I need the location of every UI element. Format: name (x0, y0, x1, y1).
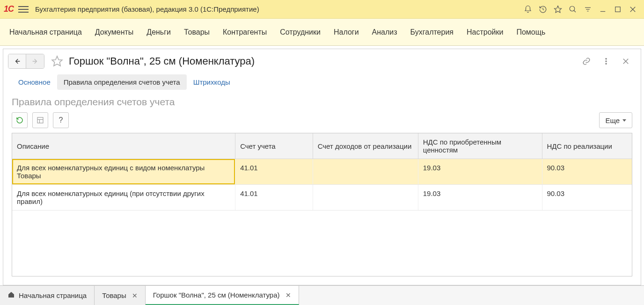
tab-main[interactable]: Основное (12, 74, 57, 90)
page-header: Горшок "Волна", 25 см (Номенклатура) (3, 49, 641, 71)
tab-current-item[interactable]: Горшок "Волна", 25 см (Номенклатура) ✕ (146, 286, 299, 305)
main-menu: Начальная страница Документы Деньги Това… (0, 19, 644, 46)
svg-rect-7 (615, 7, 621, 12)
svg-point-1 (570, 6, 575, 11)
window-tabs: Начальная страница Товары ✕ Горшок "Волн… (0, 285, 644, 305)
cell-account: 41.01 (235, 159, 313, 185)
minimize-button[interactable] (595, 2, 610, 17)
page-tabs: Основное Правила определения счетов учет… (3, 71, 641, 90)
nav-forward-button[interactable] (26, 54, 44, 68)
section-heading: Правила определения счетов учета (3, 90, 641, 110)
svg-point-14 (606, 61, 607, 62)
content-area: Горшок "Волна", 25 см (Номенклатура) Осн… (3, 49, 641, 285)
rules-table: Описание Счет учета Счет доходов от реал… (12, 133, 632, 211)
tab-goods[interactable]: Товары ✕ (95, 286, 146, 305)
col-account[interactable]: Счет учета (235, 133, 313, 159)
menu-settings[interactable]: Настройки (467, 28, 503, 36)
cell-vat-purchase: 19.03 (418, 159, 542, 185)
col-vat-sale[interactable]: НДС по реализации (542, 133, 632, 159)
menu-documents[interactable]: Документы (95, 28, 133, 36)
menu-icon[interactable] (18, 4, 29, 15)
svg-marker-0 (555, 6, 562, 12)
svg-point-15 (606, 63, 607, 64)
tab-close-icon[interactable]: ✕ (132, 292, 138, 299)
history-icon[interactable] (535, 2, 550, 17)
more-vertical-icon[interactable] (600, 55, 613, 68)
col-income-account[interactable]: Счет доходов от реализации (313, 133, 418, 159)
tab-label: Товары (102, 291, 126, 299)
link-icon[interactable] (580, 55, 593, 68)
menu-accounting[interactable]: Бухгалтерия (410, 28, 454, 36)
cell-vat-sale: 90.03 (542, 159, 632, 185)
table-row[interactable]: Для всех номенклатурных единиц с видом н… (12, 159, 632, 185)
table-row[interactable]: Для всех номенклатурных единиц (при отсу… (12, 185, 632, 211)
bell-icon[interactable] (520, 2, 535, 17)
help-button[interactable]: ? (53, 112, 69, 128)
rules-table-wrap: Описание Счет учета Счет доходов от реал… (12, 133, 632, 276)
refresh-button[interactable] (12, 112, 28, 128)
maximize-button[interactable] (610, 2, 625, 17)
tab-home[interactable]: Начальная страница (0, 286, 95, 305)
menu-employees[interactable]: Сотрудники (280, 28, 321, 36)
menu-taxes[interactable]: Налоги (334, 28, 359, 36)
more-menu-label: Еще (605, 116, 620, 124)
menu-money[interactable]: Деньги (146, 28, 171, 36)
table-header-row: Описание Счет учета Счет доходов от реал… (12, 133, 632, 159)
tab-close-icon[interactable]: ✕ (285, 291, 291, 299)
nav-buttons (8, 54, 44, 69)
question-icon: ? (59, 116, 63, 124)
cell-income (313, 159, 418, 185)
menu-help[interactable]: Помощь (516, 28, 545, 36)
page-title: Горшок "Волна", 25 см (Номенклатура) (69, 55, 255, 67)
menu-counterparties[interactable]: Контрагенты (223, 28, 267, 36)
svg-line-2 (574, 10, 576, 12)
tab-label: Начальная страница (19, 291, 87, 299)
content-close-icon[interactable] (619, 55, 632, 68)
favorite-star-icon[interactable] (51, 55, 63, 67)
search-icon[interactable] (565, 2, 580, 17)
filter-icon[interactable] (580, 2, 595, 17)
cell-description: Для всех номенклатурных единиц (при отсу… (12, 185, 235, 211)
more-menu-button[interactable]: Еще (599, 112, 632, 128)
tab-account-rules[interactable]: Правила определения счетов учета (57, 74, 187, 90)
cell-vat-purchase: 19.03 (418, 185, 542, 211)
tab-barcodes[interactable]: Штрихкоды (187, 74, 237, 90)
col-vat-purchase[interactable]: НДС по приобретенным ценностям (418, 133, 542, 159)
menu-home[interactable]: Начальная страница (9, 28, 82, 36)
svg-marker-12 (52, 56, 62, 66)
cell-income (313, 185, 418, 211)
config-button[interactable] (32, 112, 48, 128)
section-toolbar: ? Еще (3, 110, 641, 133)
app-logo: 1C (4, 4, 14, 14)
menu-goods[interactable]: Товары (184, 28, 210, 36)
cell-account: 41.01 (235, 185, 313, 211)
title-bar: 1C Бухгалтерия предприятия (базовая), ре… (0, 0, 644, 19)
home-icon (7, 291, 15, 300)
star-icon[interactable] (550, 2, 565, 17)
cell-vat-sale: 90.03 (542, 185, 632, 211)
svg-rect-18 (37, 117, 43, 123)
close-button[interactable] (625, 2, 640, 17)
menu-analysis[interactable]: Анализ (372, 28, 397, 36)
chevron-down-icon (622, 119, 626, 122)
svg-point-13 (606, 58, 607, 59)
tab-label: Горшок "Волна", 25 см (Номенклатура) (153, 291, 280, 299)
nav-back-button[interactable] (8, 54, 26, 68)
window-title: Бухгалтерия предприятия (базовая), редак… (35, 5, 259, 13)
col-description[interactable]: Описание (12, 133, 235, 159)
cell-description: Для всех номенклатурных единиц с видом н… (12, 159, 235, 185)
